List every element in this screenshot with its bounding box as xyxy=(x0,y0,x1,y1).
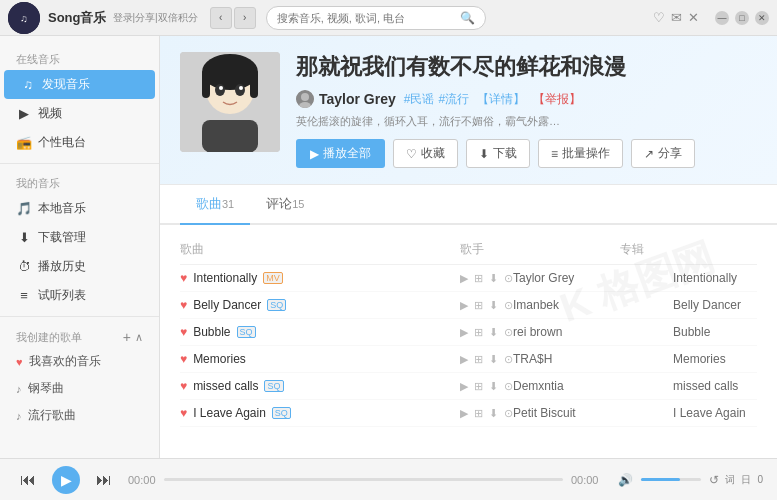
sidebar-item-history[interactable]: ⏱ 播放历史 xyxy=(0,252,159,281)
local-music-icon: 🎵 xyxy=(16,201,32,216)
table-row[interactable]: ♥ Bubble SQ ▶ ⊞ ⬇ ⊙ rei brown Bubble xyxy=(180,319,757,346)
collapse-playlists-button[interactable]: ∧ xyxy=(135,331,143,344)
favorite-icon[interactable]: ♡ xyxy=(653,10,665,25)
search-input[interactable] xyxy=(277,12,460,24)
row-actions-5: ▶ ⊞ ⬇ ⊙ xyxy=(460,407,513,420)
sidebar-item-local[interactable]: 🎵 本地音乐 xyxy=(0,194,159,223)
table-row[interactable]: ♥ I Leave Again SQ ▶ ⊞ ⬇ ⊙ Petit Biscuit… xyxy=(180,400,757,427)
volume-icon[interactable]: 🔊 xyxy=(618,473,633,487)
next-button[interactable]: ⏭ xyxy=(90,466,118,494)
play-action-2[interactable]: ▶ xyxy=(460,326,468,339)
tag-folk[interactable]: #民谣 xyxy=(404,91,435,108)
add-action-0[interactable]: ⊞ xyxy=(474,272,483,285)
like-icon-5[interactable]: ♥ xyxy=(180,406,187,420)
add-action-3[interactable]: ⊞ xyxy=(474,353,483,366)
add-playlist-button[interactable]: + xyxy=(123,329,131,345)
more-action-5[interactable]: ⊙ xyxy=(504,407,513,420)
more-action-1[interactable]: ⊙ xyxy=(504,299,513,312)
more-action-3[interactable]: ⊙ xyxy=(504,353,513,366)
sidebar-item-video[interactable]: ▶ 视频 xyxy=(0,99,159,128)
dl-action-1[interactable]: ⬇ xyxy=(489,299,498,312)
dl-action-2[interactable]: ⬇ xyxy=(489,326,498,339)
discover-icon: ♫ xyxy=(20,77,36,92)
play-all-button[interactable]: ▶ 播放全部 xyxy=(296,139,385,168)
minimize-button[interactable]: — xyxy=(715,11,729,25)
badge-1: SQ xyxy=(267,299,286,311)
play-action-5[interactable]: ▶ xyxy=(460,407,468,420)
song-name-cell-1: ♥ Belly Dancer SQ xyxy=(180,298,460,312)
sidebar-item-piano[interactable]: ♪ 钢琴曲 xyxy=(0,375,159,402)
like-icon-0[interactable]: ♥ xyxy=(180,271,187,285)
radio-icon: 📻 xyxy=(16,135,32,150)
sidebar-discover-label: 发现音乐 xyxy=(42,76,90,93)
bottom-icons: ↺ 词 日 0 xyxy=(709,473,763,487)
table-row[interactable]: ♥ missed calls SQ ▶ ⊞ ⬇ ⊙ Demxntia misse… xyxy=(180,373,757,400)
more-action-2[interactable]: ⊙ xyxy=(504,326,513,339)
report-link[interactable]: 【举报】 xyxy=(533,91,581,108)
sidebar-history-label: 播放历史 xyxy=(38,258,86,275)
artist-header: 那就祝我们有数不尽的鲜花和浪漫 Taylor Grey #民谣 #流行 【详情】 xyxy=(160,36,777,185)
table-row[interactable]: ♥ Belly Dancer SQ ▶ ⊞ ⬇ ⊙ Imanbek Belly … xyxy=(180,292,757,319)
like-icon-3[interactable]: ♥ xyxy=(180,352,187,366)
table-row[interactable]: ♥ Memories ▶ ⊞ ⬇ ⊙ TRA$H Memories xyxy=(180,346,757,373)
row-actions-3: ▶ ⊞ ⬇ ⊙ xyxy=(460,353,513,366)
album-cell-1: Belly Dancer xyxy=(673,298,777,312)
play-action-1[interactable]: ▶ xyxy=(460,299,468,312)
artist-avatar xyxy=(180,52,280,152)
sidebar-item-pop[interactable]: ♪ 流行歌曲 xyxy=(0,402,159,429)
svg-point-9 xyxy=(219,86,223,90)
sidebar-item-radio[interactable]: 📻 个性电台 xyxy=(0,128,159,157)
like-icon-4[interactable]: ♥ xyxy=(180,379,187,393)
forward-button[interactable]: › xyxy=(234,7,256,29)
table-row[interactable]: ♥ Intentionally MV ▶ ⊞ ⬇ ⊙ Taylor Grey I… xyxy=(180,265,757,292)
close-button[interactable]: ✕ xyxy=(755,11,769,25)
download-button[interactable]: ⬇ 下载 xyxy=(466,139,530,168)
counter-label[interactable]: 0 xyxy=(757,474,763,485)
batch-button[interactable]: ≡ 批量操作 xyxy=(538,139,623,168)
search-bar: 🔍 xyxy=(266,6,486,30)
queue-label[interactable]: 日 xyxy=(741,473,751,487)
detail-link[interactable]: 【详情】 xyxy=(477,91,525,108)
play-button[interactable]: ▶ xyxy=(52,466,80,494)
svg-rect-5 xyxy=(202,70,210,98)
play-action-0[interactable]: ▶ xyxy=(460,272,468,285)
back-button[interactable]: ‹ xyxy=(210,7,232,29)
more-action-0[interactable]: ⊙ xyxy=(504,272,513,285)
row-actions-0: ▶ ⊞ ⬇ ⊙ xyxy=(460,272,513,285)
tab-songs[interactable]: 歌曲31 xyxy=(180,185,250,225)
sidebar-item-discover[interactable]: ♫ 发现音乐 xyxy=(4,70,155,99)
sidebar-item-playlist[interactable]: ≡ 试听列表 xyxy=(0,281,159,310)
volume-bar[interactable] xyxy=(641,478,701,481)
header-album: 专辑 xyxy=(620,241,777,258)
collect-button[interactable]: ♡ 收藏 xyxy=(393,139,458,168)
sidebar-item-download[interactable]: ⬇ 下载管理 xyxy=(0,223,159,252)
lyrics-label[interactable]: 词 xyxy=(725,473,735,487)
mail-icon[interactable]: ✉ xyxy=(671,10,682,25)
dl-action-3[interactable]: ⬇ xyxy=(489,353,498,366)
settings-icon[interactable]: ✕ xyxy=(688,10,699,25)
like-icon-2[interactable]: ♥ xyxy=(180,325,187,339)
progress-bar[interactable] xyxy=(164,478,563,481)
more-action-4[interactable]: ⊙ xyxy=(504,380,513,393)
song-name-cell-2: ♥ Bubble SQ xyxy=(180,325,460,339)
share-button[interactable]: ↗ 分享 xyxy=(631,139,695,168)
add-action-2[interactable]: ⊞ xyxy=(474,326,483,339)
play-action-3[interactable]: ▶ xyxy=(460,353,468,366)
dl-action-4[interactable]: ⬇ xyxy=(489,380,498,393)
dl-action-5[interactable]: ⬇ xyxy=(489,407,498,420)
artist-name-row: Taylor Grey xyxy=(296,90,396,108)
tab-comments[interactable]: 评论15 xyxy=(250,185,320,225)
play-action-4[interactable]: ▶ xyxy=(460,380,468,393)
add-action-5[interactable]: ⊞ xyxy=(474,407,483,420)
add-action-1[interactable]: ⊞ xyxy=(474,299,483,312)
loop-icon[interactable]: ↺ xyxy=(709,473,719,487)
tag-pop[interactable]: #流行 xyxy=(438,91,469,108)
add-action-4[interactable]: ⊞ xyxy=(474,380,483,393)
song-name-0: Intentionally xyxy=(193,271,257,285)
dl-action-0[interactable]: ⬇ xyxy=(489,272,498,285)
share-icon: ↗ xyxy=(644,147,654,161)
prev-button[interactable]: ⏮ xyxy=(14,466,42,494)
sidebar-item-favorites[interactable]: ♥ 我喜欢的音乐 xyxy=(0,348,159,375)
like-icon-1[interactable]: ♥ xyxy=(180,298,187,312)
maximize-button[interactable]: □ xyxy=(735,11,749,25)
